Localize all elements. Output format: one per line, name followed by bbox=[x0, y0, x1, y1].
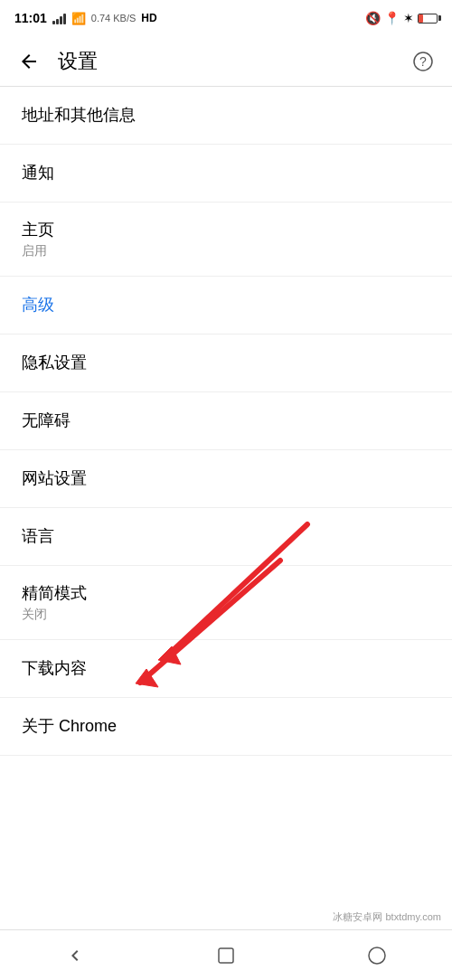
svg-rect-6 bbox=[219, 948, 233, 963]
signal-icon bbox=[52, 12, 66, 24]
item-subtitle-homepage: 启用 bbox=[22, 243, 430, 259]
hd-badge: HD bbox=[141, 12, 156, 24]
status-time: 11:01 bbox=[14, 11, 47, 25]
svg-point-7 bbox=[369, 947, 385, 964]
settings-item-accessibility[interactable]: 无障碍 bbox=[0, 392, 452, 450]
mute-icon: 🔇 bbox=[365, 11, 381, 25]
navigation-bar bbox=[0, 929, 452, 980]
bluetooth-icon: ✶ bbox=[403, 11, 414, 25]
back-button[interactable] bbox=[7, 40, 51, 83]
item-title-accessibility: 无障碍 bbox=[22, 410, 430, 432]
nav-back-button[interactable] bbox=[53, 934, 97, 977]
page-title: 设置 bbox=[51, 48, 401, 75]
wifi-icon: 📶 bbox=[71, 12, 86, 25]
item-title-language: 语言 bbox=[22, 525, 430, 548]
item-title-about-chrome: 关于 Chrome bbox=[22, 715, 430, 738]
settings-item-lite-mode[interactable]: 精简模式 关闭 bbox=[0, 566, 452, 640]
item-title-downloads: 下载内容 bbox=[22, 657, 430, 680]
svg-text:?: ? bbox=[419, 54, 427, 69]
item-title-privacy: 隐私设置 bbox=[22, 352, 430, 374]
settings-item-homepage[interactable]: 主页 启用 bbox=[0, 203, 452, 277]
settings-item-advanced[interactable]: 高级 bbox=[0, 277, 452, 335]
item-title-lite-mode: 精简模式 bbox=[22, 582, 430, 605]
header: 设置 ? bbox=[0, 36, 452, 87]
settings-list: 地址和其他信息 通知 主页 启用 高级 隐私设置 无障碍 网站设置 语言 精简模… bbox=[0, 87, 452, 756]
data-speed: 0.74 KB/S bbox=[91, 13, 137, 24]
status-left: 11:01 📶 0.74 KB/S HD bbox=[14, 11, 157, 25]
settings-item-language[interactable]: 语言 bbox=[0, 508, 452, 566]
watermark: 冰糖安卓网 btxtdmy.com bbox=[329, 909, 445, 926]
settings-item-privacy[interactable]: 隐私设置 bbox=[0, 335, 452, 392]
item-title-site-settings: 网站设置 bbox=[22, 467, 430, 490]
item-title-address-info: 地址和其他信息 bbox=[22, 104, 430, 127]
item-subtitle-lite-mode: 关闭 bbox=[22, 607, 430, 623]
settings-item-about-chrome[interactable]: 关于 Chrome bbox=[0, 698, 452, 756]
item-title-advanced: 高级 bbox=[22, 294, 430, 316]
status-right: 🔇 📍 ✶ bbox=[365, 11, 438, 25]
item-title-homepage: 主页 bbox=[22, 219, 430, 241]
settings-item-address-info[interactable]: 地址和其他信息 bbox=[0, 87, 452, 145]
help-button[interactable]: ? bbox=[401, 40, 445, 83]
nav-home-button[interactable] bbox=[355, 934, 399, 977]
location-icon: 📍 bbox=[384, 11, 400, 25]
item-title-notifications: 通知 bbox=[22, 162, 430, 184]
battery-icon bbox=[418, 14, 438, 24]
settings-item-downloads[interactable]: 下载内容 bbox=[0, 640, 452, 698]
status-bar: 11:01 📶 0.74 KB/S HD 🔇 📍 ✶ bbox=[0, 0, 452, 36]
settings-item-site-settings[interactable]: 网站设置 bbox=[0, 450, 452, 508]
settings-item-notifications[interactable]: 通知 bbox=[0, 145, 452, 203]
nav-square-button[interactable] bbox=[204, 934, 248, 977]
